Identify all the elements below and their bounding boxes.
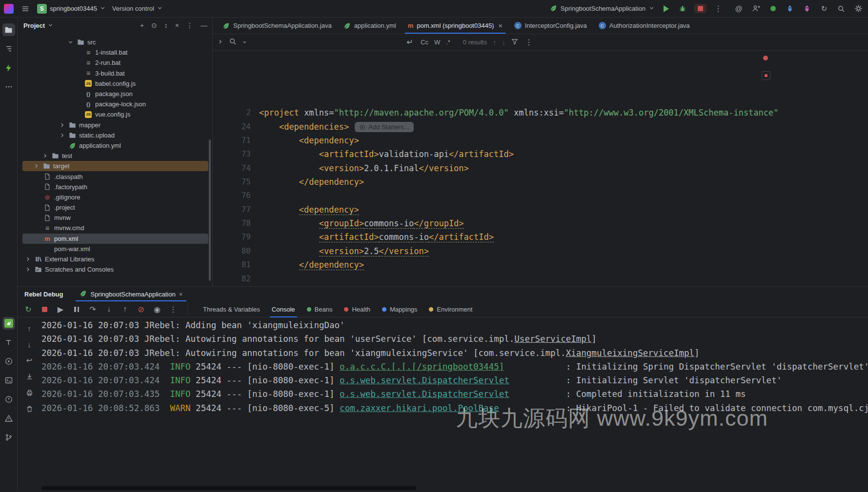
debug-tab-beans[interactable]: Beans [301,301,339,317]
tree-item-scratches-and-consoles[interactable]: Scratches and Consoles [18,264,212,275]
code-line[interactable] [259,189,868,202]
tree-item-babel-config-js[interactable]: JSbabel.config.js [18,79,212,89]
rebel-debug-icon[interactable] [2,317,15,330]
tree-item-factorypath[interactable]: .factorypath [18,182,212,192]
more-options-icon[interactable]: ⋮ [524,37,534,48]
code-line[interactable]: <version>2.5</version> [259,244,868,258]
line-number[interactable]: 73 [213,147,259,161]
run-config-widget[interactable]: SpringbootSchemaApplication [550,4,654,13]
debug-session-tab[interactable]: SpringbootSchemaApplication × [75,287,187,301]
scroll-to-end-icon[interactable] [23,371,35,382]
tree-item-gitignore[interactable]: ⊘.gitignore [18,192,212,202]
code-with-me-icon[interactable] [751,3,761,14]
newline-icon[interactable]: ↵ [405,37,415,48]
profiler-purple-icon[interactable] [802,3,812,14]
code-line[interactable]: <dependency> [259,134,868,147]
code-line[interactable]: <artifactId>validation-api</artifactId> [259,147,868,161]
debug-tab-health[interactable]: Health [338,301,376,317]
git-icon[interactable] [2,431,15,444]
console-link[interactable]: XiangmuleixingServiceImpl [566,348,694,358]
sync-icon[interactable]: ↻ [819,3,829,14]
project-widget[interactable]: S springboot03445 [37,4,105,14]
editor-tab-interceptorconfig-java[interactable]: CInterceptorConfig.java [508,18,593,34]
chevron-down-icon[interactable] [48,22,53,29]
mute-breakpoints-icon[interactable]: ⊘ [136,304,146,315]
line-number[interactable]: 82 [213,272,259,286]
step-into-icon[interactable]: ↓ [104,304,114,315]
profiler-blue-icon[interactable] [785,3,795,14]
match-case-toggle[interactable]: Cc [421,39,428,46]
tree-item-test[interactable]: test [18,151,212,161]
jrebel-icon[interactable] [2,61,15,74]
line-number[interactable]: 80 [213,244,259,258]
stop-icon[interactable] [40,304,49,315]
step-out-icon[interactable]: ↑ [120,304,130,315]
resume-icon[interactable]: ▶ [56,304,65,315]
debug-tab-threads-variables[interactable]: Threads & Variables [197,301,266,317]
console-link[interactable]: UserServiceImpl [514,334,591,344]
expand-icon[interactable]: ↕ [164,21,168,29]
problems-icon[interactable] [2,393,15,406]
console-output[interactable]: 2026-01-16 20:07:03 JRebel: Adding bean … [41,317,868,492]
prev-occurrence-icon[interactable]: ↑ [493,39,496,46]
line-number[interactable]: 81 [213,258,259,272]
to-top-icon[interactable]: ↑ [23,322,35,334]
project-tool-icon[interactable] [2,23,15,36]
code-line[interactable]: </dependency> [259,175,868,189]
tree-item-static-upload[interactable]: static.upload [18,130,212,140]
code-line[interactable]: <project xmlns="http://maven.apache.org/… [259,106,868,119]
main-menu-icon[interactable] [20,3,30,14]
more-icon[interactable]: ⋮ [186,21,193,29]
tree-item-project[interactable]: .project [18,202,212,213]
step-over-icon[interactable]: ↷ [88,304,98,315]
hide-panel-icon[interactable]: — [201,21,207,29]
code-line[interactable]: <dependency> [259,203,868,216]
debug-tab-environment[interactable]: Environment [423,301,478,317]
code-area[interactable]: 2<project xmlns="http://maven.apache.org… [213,51,868,286]
view-breakpoints-icon[interactable]: ◉ [152,304,162,315]
editor-tab-pom-xml-springboot03445[interactable]: mpom.xml (springboot03445)× [402,18,508,34]
console-link[interactable]: o.s.web.servlet.DispatcherServlet [340,389,509,399]
line-number[interactable]: 77 [213,203,259,216]
line-number[interactable]: 78 [213,216,259,230]
code-line[interactable]: <artifactId>commons-io</artifactId> [259,230,868,244]
tree-item-pom-xml[interactable]: mpom.xml [18,234,212,244]
run-button[interactable] [661,3,671,14]
stop-button[interactable] [694,4,707,13]
line-number[interactable]: 24 [213,120,259,134]
console-link[interactable]: o.s.web.servlet.DispatcherServlet [340,375,509,385]
tree-item-src[interactable]: src [18,37,212,47]
editor-tab-authorizationinterceptor-java[interactable]: CAuthorizationInterceptor.java [593,18,696,34]
rerun-icon[interactable]: ↻ [23,304,33,315]
new-item-icon[interactable]: + [140,21,144,29]
inspections-widget[interactable] [762,71,770,80]
locate-file-icon[interactable]: ⊙ [151,21,157,29]
close-icon[interactable]: × [498,22,502,30]
code-line[interactable]: <version>2.0.1.Final</version> [259,161,868,175]
tree-item-3-build-bat[interactable]: ≡3-build.bat [18,68,212,79]
tree-item-1-install-bat[interactable]: ≡1-install.bat [18,47,212,58]
tree-item-mvnw[interactable]: mvnw [18,213,212,223]
add-starters-inlay[interactable]: Add Starters... [355,122,414,132]
jrebel-status-icon[interactable] [768,3,778,14]
print-icon[interactable] [23,387,35,398]
tree-item-package-json[interactable]: {}package.json [18,89,212,99]
collapse-all-icon[interactable]: × [175,21,179,29]
search-history-icon[interactable] [242,39,247,46]
todo-icon[interactable] [2,336,15,349]
line-number[interactable]: 74 [213,161,259,175]
project-scrollbar[interactable] [209,139,211,281]
regex-toggle[interactable]: .* [446,39,450,46]
console-link[interactable]: o.a.c.c.C.[.[.[/springboot03445] [340,362,504,372]
tree-item-mapper[interactable]: mapper [18,120,212,130]
search-everywhere-icon[interactable] [836,3,846,14]
tree-item-target[interactable]: target [18,161,212,171]
tree-item-classpath[interactable]: .classpath [18,171,212,181]
code-line[interactable]: </dependency> [259,258,868,272]
more-icon[interactable]: ⋮ [168,304,178,315]
line-number[interactable]: 79 [213,230,259,244]
line-number[interactable]: 2 [213,106,259,119]
debug-button[interactable] [678,3,687,14]
search-input[interactable] [253,39,399,46]
jrebel-account-icon[interactable]: @ [734,3,744,14]
